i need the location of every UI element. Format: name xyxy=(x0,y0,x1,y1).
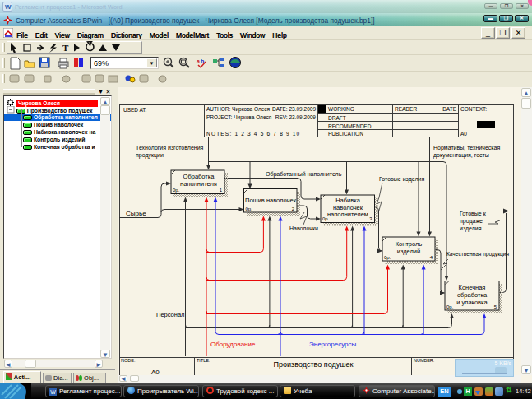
svg-text:WORKING: WORKING xyxy=(328,106,354,112)
svg-text:DRAFT: DRAFT xyxy=(328,115,346,121)
svg-text:и упаковка: и упаковка xyxy=(456,299,488,306)
svg-text:0р.: 0р. xyxy=(246,206,253,211)
svg-text:T: T xyxy=(62,43,69,53)
svg-text:наполнителя: наполнителя xyxy=(180,180,217,188)
svg-text:документация, госты: документация, госты xyxy=(433,152,489,159)
svg-text:Наволочки: Наволочки xyxy=(289,225,318,231)
svg-text:Готовые изделия: Готовые изделия xyxy=(379,176,424,183)
svg-text:изделия: изделия xyxy=(460,225,482,232)
svg-text:Контроль: Контроль xyxy=(396,240,423,248)
svg-text:обработка: обработка xyxy=(457,291,488,299)
svg-text:продукции: продукции xyxy=(136,152,164,159)
svg-text:AUTHOR: Чиркова Олеся: AUTHOR: Чиркова Олеся xyxy=(206,106,271,113)
svg-text:0р.: 0р. xyxy=(384,255,391,260)
svg-text:0р.: 0р. xyxy=(173,188,180,193)
svg-text:наполнителем: наполнителем xyxy=(327,211,368,218)
svg-text:Конечная: Конечная xyxy=(459,284,486,291)
svg-text:DATE: 23.09.2009: DATE: 23.09.2009 xyxy=(272,106,316,112)
svg-text:DATE: DATE xyxy=(442,106,457,112)
svg-text:NOTES: 1 2 3 4 5 6 7 8 9 10: NOTES: 1 2 3 4 5 6 7 8 9 10 xyxy=(206,131,300,137)
svg-text:RECOMMENDED: RECOMMENDED xyxy=(328,123,372,129)
svg-text:READER: READER xyxy=(395,106,417,112)
svg-text:REV: 23.09.2009: REV: 23.09.2009 xyxy=(275,114,317,120)
svg-text:Персонал: Персонал xyxy=(156,311,184,318)
svg-text:Производство подушек: Производство подушек xyxy=(274,360,354,369)
svg-text:изделий: изделий xyxy=(397,248,421,255)
svg-text:NUMBER:: NUMBER: xyxy=(414,358,435,363)
svg-text:CONTEXT:: CONTEXT: xyxy=(460,106,487,112)
svg-text:Пошив наволочек: Пошив наволочек xyxy=(245,197,297,204)
svg-text:Обработка: Обработка xyxy=(183,173,215,180)
svg-text:Оборудование: Оборудование xyxy=(210,341,256,348)
svg-text:TITLE:: TITLE: xyxy=(197,358,210,363)
svg-text:продаже: продаже xyxy=(460,218,483,225)
svg-text:0р.: 0р. xyxy=(446,304,454,309)
svg-text:Готовые к: Готовые к xyxy=(460,211,487,216)
svg-text:A0: A0 xyxy=(151,369,160,375)
svg-text:Энергоресурсы: Энергоресурсы xyxy=(309,341,357,348)
svg-text:A0: A0 xyxy=(460,131,467,137)
svg-text:Нормативы, техническая: Нормативы, техническая xyxy=(433,145,500,151)
svg-text:0р.: 0р. xyxy=(322,216,330,221)
svg-text:USED AT:: USED AT: xyxy=(123,107,147,113)
svg-text:NODE:: NODE: xyxy=(121,358,136,363)
svg-text:Технология изготовления: Технология изготовления xyxy=(136,145,204,151)
svg-text:PUBLICATION: PUBLICATION xyxy=(328,131,363,137)
svg-text:Качественная продукция: Качественная продукция xyxy=(446,251,509,257)
svg-text:PROJECT: Чиркова Олеся: PROJECT: Чиркова Олеся xyxy=(206,114,272,121)
svg-text:a: a xyxy=(197,58,200,64)
svg-text:Сырье: Сырье xyxy=(126,210,146,217)
svg-text:Обработанный наполнитель: Обработанный наполнитель xyxy=(266,171,342,178)
